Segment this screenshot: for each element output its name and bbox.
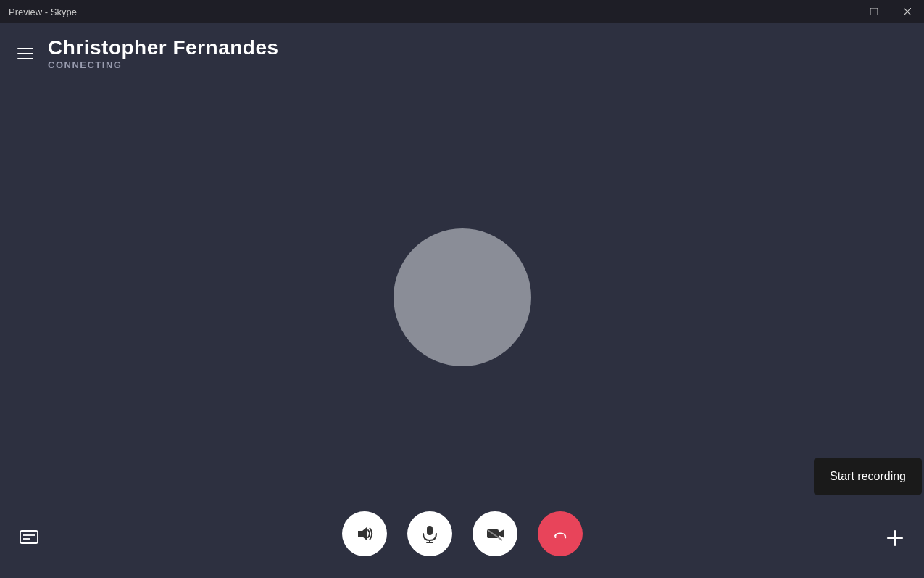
caller-info: Christopher Fernandes CONNECTING [48, 36, 279, 70]
title-bar: Preview - Skype [0, 0, 924, 23]
add-participant-area [881, 524, 910, 553]
chat-button-area [14, 524, 43, 553]
maximize-button[interactable] [857, 0, 891, 23]
start-recording-tooltip[interactable]: Start recording [814, 458, 922, 495]
chat-button[interactable] [14, 524, 43, 553]
add-participant-button[interactable] [881, 524, 910, 553]
bottom-controls [0, 511, 924, 578]
hamburger-icon[interactable] [14, 45, 36, 62]
camera-button[interactable] [473, 511, 517, 556]
svg-rect-0 [837, 12, 844, 12]
minimize-button[interactable] [824, 0, 857, 23]
call-area: Christopher Fernandes CONNECTING Start r… [0, 23, 924, 578]
svg-rect-4 [20, 531, 38, 543]
svg-rect-1 [870, 8, 878, 15]
avatar [394, 228, 531, 366]
svg-marker-7 [358, 527, 367, 540]
title-bar-text: Preview - Skype [9, 7, 77, 17]
speaker-button[interactable] [342, 511, 387, 556]
end-call-button[interactable] [538, 511, 583, 556]
avatar-area [0, 83, 924, 511]
microphone-button[interactable] [407, 511, 452, 556]
start-recording-label: Start recording [830, 470, 906, 482]
call-status: CONNECTING [48, 59, 279, 70]
svg-marker-12 [499, 529, 504, 538]
svg-rect-8 [427, 526, 433, 535]
window-controls [824, 0, 924, 23]
close-button[interactable] [891, 0, 924, 23]
caller-name: Christopher Fernandes [48, 36, 279, 59]
call-header: Christopher Fernandes CONNECTING [0, 23, 924, 83]
